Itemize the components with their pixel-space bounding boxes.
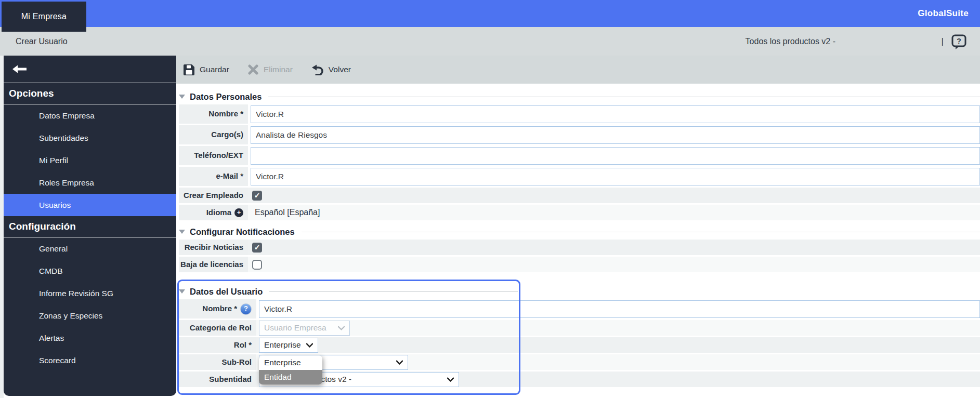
section-header-configurar-notificaciones: Configurar Notificaciones [179,225,980,238]
field-label: Cargo(s) [179,125,248,144]
form-row-sub-rol: Sub-Rol Enterprise Entidad [179,354,980,370]
back-button[interactable]: Volver [311,64,351,75]
save-button[interactable]: Guardar [184,64,229,75]
dropdown-option-entidad[interactable]: Entidad [259,370,322,384]
x-icon [248,64,258,75]
field-label: Teléfono/EXT [179,146,248,165]
field-label: Categoria de Rol [179,320,256,336]
form-row-telefono: Teléfono/EXT [179,146,980,165]
back-label: Volver [329,65,351,74]
rol-select[interactable]: Enterprise [259,338,318,353]
idioma-value: Español [España] [252,208,320,217]
field-label: Idioma + [179,205,248,220]
sidebar-heading-configuracion: Configuración [4,216,176,237]
company-tab-label: Mi Empresa [21,12,67,21]
help-button[interactable]: ? [951,34,968,50]
sidebar-item-scorecard[interactable]: Scorecard [4,349,176,372]
baja-licencias-checkbox[interactable] [252,260,262,270]
field-label: Crear Empleado [179,188,248,203]
field-label: Subentidad [179,372,256,387]
email-input[interactable] [251,168,980,185]
sidebar-item-general[interactable]: General [4,237,176,260]
save-label: Guardar [200,65,229,74]
sidebar-item-cmdb[interactable]: CMDB [4,260,176,282]
toolbar: Guardar Eliminar Volver [176,56,980,84]
chevron-down-icon [338,326,345,330]
sidebar-item-roles-empresa[interactable]: Roles Empresa [4,171,176,194]
section-title: Datos Personales [190,92,262,102]
field-label: Nombre * ? [179,299,256,319]
section-header-datos-del-usuario: Datos del Usuario [179,285,518,298]
company-tab[interactable]: Mi Empresa [2,2,86,32]
nombre-input[interactable] [251,105,980,123]
sub-header: Crear Usuario Todos los productos v2 - |… [0,27,980,56]
undo-arrow-icon [311,64,323,75]
sidebar-item-mi-perfil[interactable]: Mi Perfil [4,149,176,171]
user-form: Datos Personales Nombre * Cargo(s) Teléf… [176,84,980,398]
form-row-categoria-de-rol: Categoria de Rol Usuario Empresa [179,320,980,336]
sidebar-item-datos-empresa[interactable]: Datos Empresa [4,104,176,127]
cargos-input[interactable] [251,126,980,144]
form-row-crear-empleado: Crear Empleado ✓ [179,188,980,203]
option-label: Entidad [264,373,292,382]
triangle-down-icon[interactable] [179,289,185,294]
categoria-de-rol-select[interactable]: Usuario Empresa [259,321,350,336]
select-value: Usuario Empresa [264,323,326,333]
section-line [268,97,980,97]
field-label-text: Idioma [206,208,231,217]
section-line [302,232,980,232]
sidebar-back-button[interactable] [4,56,176,83]
delete-button[interactable]: Eliminar [248,64,293,75]
sidebar-item-label: Zonas y Especies [39,311,102,321]
field-label: Recibir Noticias [179,240,248,255]
telefono-input[interactable] [251,147,980,165]
question-circle-icon[interactable]: ? [240,303,252,315]
sidebar-item-label: Scorecard [39,356,76,365]
sidebar-item-alertas[interactable]: Alertas [4,327,176,349]
delete-label: Eliminar [264,65,293,74]
context-label: Todos los productos v2 - [746,27,835,56]
section-header-datos-personales: Datos Personales [179,90,980,103]
sidebar-item-label: Informe Revisión SG [39,289,113,298]
plus-glyph: + [237,209,241,216]
sidebar-item-label: Alertas [39,334,64,343]
triangle-down-icon[interactable] [179,95,185,99]
plus-circle-icon[interactable]: + [234,208,243,217]
svg-text:?: ? [957,37,961,45]
field-label: e-Mail * [179,167,248,186]
field-label-text: Nombre * [202,304,237,313]
datos-del-usuario-box: Datos del Usuario Nombre * ? Categoria d… [179,282,980,393]
section-title: Datos del Usuario [190,287,263,297]
form-row-usuario-nombre: Nombre * ? [179,299,980,319]
recibir-noticias-checkbox[interactable]: ✓ [252,243,262,253]
sidebar-item-subentidades[interactable]: Subentidades [4,127,176,149]
sidebar-item-label: Datos Empresa [39,111,95,121]
sidebar-item-usuarios[interactable]: Usuarios [4,194,176,216]
brand-logo: GlobalSuite [918,0,969,27]
triangle-down-icon[interactable] [179,230,185,234]
form-row-idioma: Idioma + Español [España] [179,205,980,220]
dropdown-option-enterprise[interactable]: Enterprise [259,355,322,370]
field-label: Rol * [179,337,256,353]
sidebar-item-label: Usuarios [39,201,71,210]
sidebar-item-label: Roles Empresa [39,178,94,188]
section-title: Configurar Notificaciones [190,227,295,237]
usuario-nombre-input[interactable] [259,300,980,318]
field-label: Nombre * [179,104,248,124]
form-row-baja-licencias: Baja de licencias [179,257,980,272]
main-content: Guardar Eliminar Volver Datos Personales… [176,56,980,398]
sidebar-item-informe-revision-sg[interactable]: Informe Revisión SG [4,282,176,304]
option-label: Enterprise [264,358,301,367]
sidebar-item-zonas-y-especies[interactable]: Zonas y Especies [4,304,176,327]
check-icon: ✓ [254,191,260,200]
arrow-left-icon [12,64,27,74]
brand-label: GlobalSuite [918,8,969,19]
chevron-down-icon [447,377,454,382]
sub-rol-dropdown: Enterprise Entidad [259,355,322,384]
check-icon: ✓ [254,243,260,251]
field-label: Sub-Rol [179,354,256,370]
crear-empleado-checkbox[interactable]: ✓ [252,191,262,201]
chevron-down-icon [396,360,403,365]
sidebar-item-label: Mi Perfil [39,156,68,165]
form-row-recibir-noticias: Recibir Noticias ✓ [179,240,980,255]
